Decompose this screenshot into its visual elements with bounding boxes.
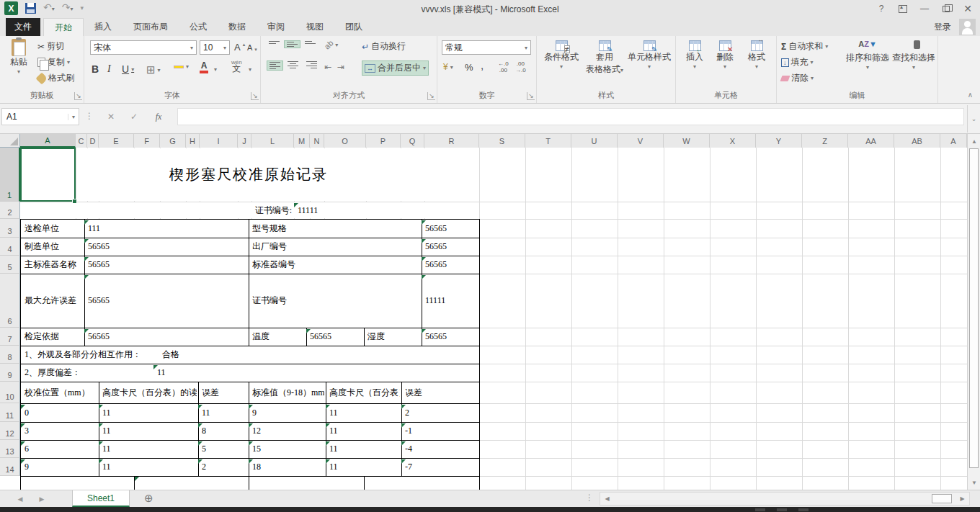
grid-cell[interactable]: 送检单位 bbox=[22, 220, 83, 237]
sheet-tab-sheet1[interactable]: Sheet1 bbox=[72, 490, 130, 507]
align-right-button[interactable] bbox=[304, 60, 319, 69]
cancel-button[interactable]: ✕ bbox=[101, 108, 121, 125]
column-header-J[interactable]: J bbox=[238, 134, 251, 148]
grid-cell[interactable]: 3 bbox=[22, 423, 97, 439]
grid-cell[interactable]: 56565 bbox=[86, 256, 246, 273]
formula-bar-grip-icon[interactable]: ⋮ bbox=[85, 111, 94, 121]
grow-font-button[interactable]: A▴ bbox=[234, 42, 245, 53]
clipboard-dialog-launcher-icon[interactable]: ↘ bbox=[74, 92, 82, 100]
fill-color-button[interactable]: ▾ bbox=[174, 63, 189, 70]
tab-item[interactable]: 视图 bbox=[295, 18, 334, 36]
grid-cell[interactable]: 标准器编号 bbox=[250, 256, 419, 273]
grid-cell[interactable]: 9 bbox=[250, 404, 324, 421]
font-color-button[interactable]: A bbox=[200, 60, 208, 73]
tab-active[interactable]: 开始 bbox=[43, 18, 84, 36]
fill-button[interactable]: ↓填充▾ bbox=[781, 56, 814, 68]
copy-button[interactable]: 复制▾ bbox=[37, 56, 70, 68]
row-header-12[interactable]: 12 bbox=[0, 422, 20, 440]
align-middle-button[interactable] bbox=[284, 40, 300, 48]
insert-function-button[interactable]: fx bbox=[148, 108, 169, 125]
grid-cell[interactable]: 2、厚度偏差： bbox=[22, 364, 138, 381]
grid-cell[interactable]: 11 bbox=[100, 441, 197, 457]
grid-cell[interactable]: 出厂编号 bbox=[250, 238, 419, 255]
wrap-text-button[interactable]: ↵自动换行 bbox=[362, 40, 406, 53]
horizontal-scroll-thumb[interactable] bbox=[932, 494, 952, 503]
grid-cell[interactable]: 56565 bbox=[423, 328, 478, 345]
enter-button[interactable]: ✓ bbox=[124, 108, 144, 125]
bold-button[interactable]: B bbox=[92, 63, 99, 75]
column-header-N[interactable]: N bbox=[310, 134, 324, 148]
scroll-up-icon[interactable]: ▲ bbox=[968, 135, 980, 147]
grid-cell[interactable]: 11 bbox=[155, 364, 213, 381]
column-header-Y[interactable]: Y bbox=[756, 134, 802, 148]
paste-button[interactable]: 粘贴 ▾ bbox=[4, 39, 33, 75]
vertical-scrollbar[interactable]: ▲ ▼ bbox=[967, 134, 980, 490]
grid-cell[interactable]: 11111 bbox=[423, 274, 478, 327]
format-cells-button[interactable]: ↔ 格式 ▾ bbox=[742, 40, 771, 70]
tabbar-grip-icon[interactable]: ⋮ bbox=[585, 493, 594, 503]
font-size-select[interactable]: 10▾ bbox=[200, 40, 230, 55]
column-header-V[interactable]: V bbox=[618, 134, 664, 148]
align-center-button[interactable] bbox=[285, 60, 300, 69]
alignment-dialog-launcher-icon[interactable]: ↘ bbox=[427, 92, 435, 100]
format-painter-button[interactable]: 格式刷 bbox=[37, 72, 74, 84]
column-header-D[interactable]: D bbox=[87, 134, 99, 148]
grid-cell[interactable]: 56565 bbox=[86, 274, 246, 327]
column-header-U[interactable]: U bbox=[571, 134, 618, 148]
number-format-select[interactable]: 常规▾ bbox=[442, 40, 531, 55]
grid-cell[interactable]: 高度卡尺（百分表） bbox=[327, 382, 400, 403]
decrease-decimal-button[interactable]: .00→.0 bbox=[515, 60, 526, 73]
column-header-Z[interactable]: Z bbox=[802, 134, 848, 148]
grid-cell[interactable]: 高度卡尺（百分表）的读数 bbox=[100, 382, 197, 403]
grid-cell[interactable]: 校准位置（mm） bbox=[22, 382, 97, 403]
column-header-W[interactable]: W bbox=[664, 134, 710, 148]
column-header-C[interactable]: C bbox=[76, 134, 87, 148]
row-header-1[interactable]: 1 bbox=[0, 148, 20, 202]
delete-cells-button[interactable]: ✕ 删除 ▾ bbox=[710, 40, 739, 70]
grid-cell[interactable]: 56565 bbox=[423, 238, 478, 255]
grid-cell[interactable]: 检定依据 bbox=[22, 328, 83, 345]
grid-cell[interactable]: -1 bbox=[403, 423, 478, 439]
grid-cell[interactable]: -7 bbox=[403, 459, 478, 475]
sheet-nav-next-icon[interactable]: ▶ bbox=[33, 490, 50, 508]
grid-cell[interactable]: 9 bbox=[22, 459, 97, 475]
row-header-4[interactable]: 4 bbox=[0, 238, 20, 256]
grid-cell[interactable]: 11 bbox=[327, 459, 400, 475]
column-header-M[interactable]: M bbox=[294, 134, 310, 148]
grid-cell[interactable]: 11111 bbox=[295, 202, 368, 218]
grid-cell[interactable]: 2 bbox=[200, 459, 247, 475]
formula-input[interactable] bbox=[177, 108, 964, 125]
grid-cell[interactable]: 制造单位 bbox=[22, 238, 83, 255]
align-bottom-button[interactable] bbox=[303, 40, 318, 45]
orientation-button[interactable]: ab▾ bbox=[324, 40, 338, 49]
merge-center-button[interactable]: ↔合并后居中▾ bbox=[362, 60, 429, 76]
view-layout-icon[interactable] bbox=[777, 508, 787, 511]
row-header-3[interactable]: 3 bbox=[0, 219, 20, 238]
grid-cell[interactable]: 111 bbox=[86, 220, 246, 237]
column-header-AB[interactable]: AB bbox=[894, 134, 940, 148]
row-header-9[interactable]: 9 bbox=[0, 364, 20, 382]
sheet-canvas[interactable]: ACDEFGHIJLMNOPQRSTUVWXYZAAABA12345678910… bbox=[0, 134, 967, 490]
sort-filter-button[interactable]: AZ▼ 排序和筛选 ▾ bbox=[845, 40, 891, 71]
grid-cell[interactable]: 56565 bbox=[423, 220, 478, 237]
align-top-button[interactable] bbox=[267, 40, 282, 45]
grid-cell[interactable]: 证书编号 bbox=[250, 274, 419, 327]
grid-cell[interactable]: 18 bbox=[250, 459, 324, 475]
font-family-select[interactable]: 宋体▾ bbox=[90, 40, 197, 55]
column-header-I[interactable]: I bbox=[200, 134, 238, 148]
grid-cell[interactable]: 1、外观及各部分分相互作用： bbox=[22, 346, 163, 363]
row-header-11[interactable]: 11 bbox=[0, 403, 20, 422]
column-header-AA[interactable]: AA bbox=[848, 134, 894, 148]
grid-cell[interactable]: 11 bbox=[327, 423, 400, 439]
scroll-left-icon[interactable]: ◀ bbox=[602, 493, 612, 504]
grid-cell[interactable]: 5 bbox=[200, 441, 247, 457]
decrease-indent-button[interactable]: ⇤ bbox=[324, 62, 331, 72]
view-break-icon[interactable] bbox=[798, 508, 808, 511]
align-left-button[interactable] bbox=[267, 60, 283, 71]
grid-cell[interactable]: 11 bbox=[100, 423, 197, 439]
column-header-S[interactable]: S bbox=[479, 134, 525, 148]
row-header-8[interactable]: 8 bbox=[0, 346, 20, 364]
autosum-button[interactable]: Σ自动求和▾ bbox=[781, 40, 828, 53]
column-header-R[interactable]: R bbox=[424, 134, 479, 148]
grid-cell[interactable]: 湿度 bbox=[365, 328, 419, 345]
